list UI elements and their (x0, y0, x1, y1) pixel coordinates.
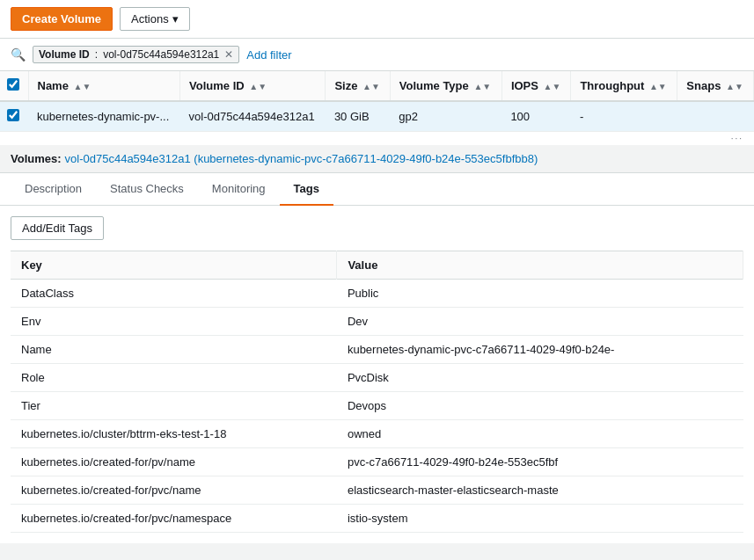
cell-iops: 100 (501, 101, 571, 132)
tag-value: istio-system (337, 505, 743, 533)
tags-table-header-value: Value (337, 251, 743, 280)
add-edit-tags-button[interactable]: Add/Edit Tags (11, 216, 104, 240)
tab-description[interactable]: Description (11, 173, 96, 206)
filter-token-separator: : (95, 48, 98, 61)
tag-key: Env (11, 308, 337, 336)
tag-key: kubernetes.io/created-for/pvc/name (11, 476, 337, 505)
table-header-snapshot[interactable]: Snaps ▲▼ (677, 71, 754, 101)
create-volume-button[interactable]: Create Volume (11, 7, 113, 31)
volume-detail-header: Volumes: vol-0d75c44a594e312a1 (kubernet… (0, 145, 754, 173)
tag-value: Public (337, 280, 743, 308)
row-checkbox[interactable] (7, 109, 19, 121)
volume-type-sort-icon: ▲▼ (473, 82, 491, 91)
tag-row: kubernetes.io/cluster/bttrm-eks-test-1-1… (11, 420, 743, 448)
filter-token-value: vol-0d75c44a594e312a1 (103, 48, 219, 61)
tag-value: owned (337, 420, 743, 448)
snapshot-sort-icon: ▲▼ (726, 82, 743, 91)
actions-chevron-icon: ▾ (172, 12, 179, 25)
size-sort-icon: ▲▼ (362, 82, 380, 91)
tab-tags[interactable]: Tags (280, 173, 333, 206)
tag-key: Role (11, 364, 337, 392)
tag-value: elasticsearch-master-elasticsearch-maste (337, 476, 743, 505)
tab-status-checks[interactable]: Status Checks (96, 173, 198, 206)
tag-row: kubernetes.io/created-for/pv/name pvc-c7… (11, 448, 743, 476)
row-checkbox-cell[interactable] (0, 101, 28, 132)
tags-table: Key Value DataClass Public Env Dev Name … (11, 251, 743, 533)
volume-detail-id: vol-0d75c44a594e312a1 (kubernetes-dynami… (65, 152, 538, 165)
scroll-hint: ··· (0, 132, 754, 145)
tags-section: Add/Edit Tags Key Value DataClass Public… (0, 206, 754, 543)
tag-key: Tier (11, 392, 337, 420)
table-header-volume-id[interactable]: Volume ID ▲▼ (180, 71, 326, 101)
actions-label: Actions (131, 12, 169, 25)
toolbar: Create Volume Actions ▾ (0, 0, 754, 39)
tag-key: Name (11, 336, 337, 364)
iops-sort-icon: ▲▼ (544, 82, 561, 91)
tag-key: kubernetes.io/created-for/pvc/namespace (11, 505, 337, 533)
volumes-table: Name ▲▼ Volume ID ▲▼ Size ▲▼ Volume Type… (0, 71, 754, 132)
tag-row: Name kubernetes-dynamic-pvc-c7a66711-402… (11, 336, 743, 364)
tag-row: Role PvcDisk (11, 364, 743, 392)
tag-value: Devops (337, 392, 743, 420)
tag-value: pvc-c7a66711-4029-49f0-b24e-553ec5fbf (337, 448, 743, 476)
name-sort-icon: ▲▼ (74, 82, 92, 91)
tag-row: Env Dev (11, 308, 743, 336)
tags-table-header-key: Key (11, 251, 337, 280)
table-header-size[interactable]: Size ▲▼ (326, 71, 390, 101)
tag-key: kubernetes.io/created-for/pv/name (11, 448, 337, 476)
table-row[interactable]: kubernetes-dynamic-pv-... vol-0d75c44a59… (0, 101, 754, 132)
cell-snapshot (677, 101, 754, 132)
table-header-name[interactable]: Name ▲▼ (28, 71, 180, 101)
cell-size: 30 GiB (326, 101, 390, 132)
tag-value: kubernetes-dynamic-pvc-c7a66711-4029-49f… (337, 336, 743, 364)
tab-monitoring[interactable]: Monitoring (198, 173, 280, 206)
volumes-table-container: Name ▲▼ Volume ID ▲▼ Size ▲▼ Volume Type… (0, 71, 754, 132)
table-header-throughput[interactable]: Throughput ▲▼ (571, 71, 677, 101)
filter-token-key: Volume ID (39, 48, 90, 61)
tag-row: kubernetes.io/created-for/pvc/name elast… (11, 476, 743, 505)
cell-volume-id: vol-0d75c44a594e312a1 (180, 101, 326, 132)
filter-bar: 🔍 Volume ID : vol-0d75c44a594e312a1 ✕ Ad… (0, 39, 754, 71)
table-header-iops[interactable]: IOPS ▲▼ (501, 71, 571, 101)
tag-key: DataClass (11, 280, 337, 308)
volume-id-sort-icon: ▲▼ (249, 82, 267, 91)
select-all-checkbox[interactable] (7, 78, 19, 91)
cell-name: kubernetes-dynamic-pv-... (28, 101, 180, 132)
tag-row: Tier Devops (11, 392, 743, 420)
table-header-volume-type[interactable]: Volume Type ▲▼ (390, 71, 501, 101)
search-icon: 🔍 (11, 47, 26, 62)
tag-row: kubernetes.io/created-for/pvc/namespace … (11, 505, 743, 533)
actions-button[interactable]: Actions ▾ (120, 7, 190, 31)
throughput-sort-icon: ▲▼ (649, 82, 667, 91)
tabs: Description Status Checks Monitoring Tag… (0, 173, 754, 206)
tag-value: Dev (337, 308, 743, 336)
table-header-checkbox[interactable] (0, 71, 28, 101)
cell-volume-type: gp2 (390, 101, 501, 132)
tag-key: kubernetes.io/cluster/bttrm-eks-test-1-1… (11, 420, 337, 448)
scroll-dots: ··· (731, 134, 743, 143)
cell-throughput: - (571, 101, 677, 132)
tag-row: DataClass Public (11, 280, 743, 308)
filter-token-close-icon[interactable]: ✕ (224, 49, 233, 60)
tag-value: PvcDisk (337, 364, 743, 392)
add-filter-button[interactable]: Add filter (246, 48, 291, 62)
volumes-label: Volumes: (11, 152, 62, 165)
filter-token: Volume ID : vol-0d75c44a594e312a1 ✕ (33, 46, 239, 63)
